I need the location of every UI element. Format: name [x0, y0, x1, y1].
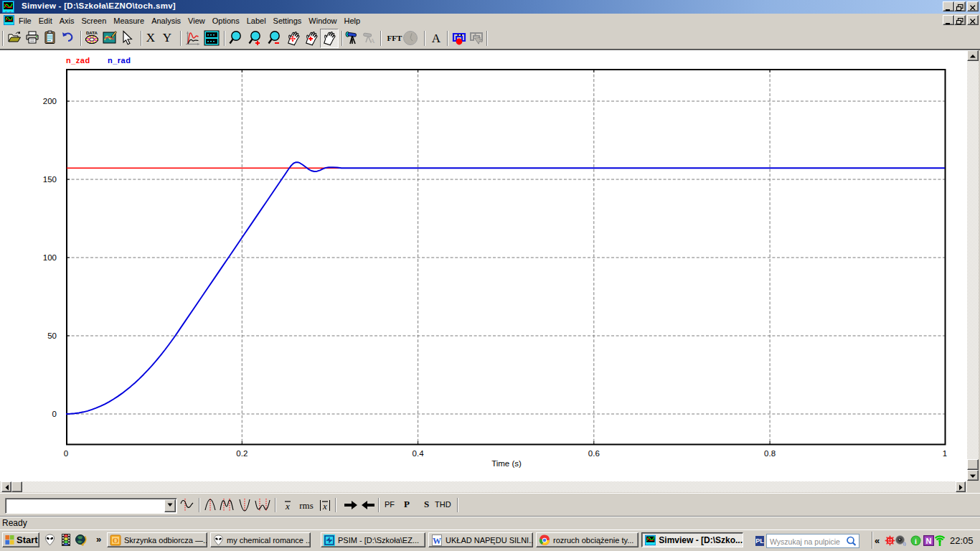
svg-text:1: 1	[943, 449, 947, 458]
svg-text:DATA: DATA	[86, 31, 98, 35]
svg-text:0: 0	[52, 410, 57, 418]
svg-text:O: O	[113, 536, 119, 545]
svg-text:0.8: 0.8	[764, 449, 776, 458]
svg-text:150: 150	[43, 175, 57, 184]
svg-text:0.4: 0.4	[413, 449, 425, 458]
svg-text:Y: Y	[163, 31, 171, 44]
svg-text:0.6: 0.6	[588, 449, 600, 458]
svg-text:x: x	[322, 501, 327, 512]
svg-text:FFT: FFT	[387, 34, 402, 42]
svg-text:+: +	[5, 9, 8, 14]
svg-text:i: i	[915, 537, 917, 545]
svg-text:A: A	[432, 32, 441, 45]
svg-text:0.2: 0.2	[236, 449, 248, 458]
svg-text:+: +	[9, 9, 12, 14]
svg-text:Time (s): Time (s)	[491, 459, 522, 468]
svg-text:50: 50	[47, 331, 57, 340]
svg-text:200: 200	[43, 97, 57, 105]
svg-text:n_zad: n_zad	[66, 56, 90, 65]
svg-text:W: W	[433, 536, 441, 546]
svg-text:0: 0	[64, 449, 68, 458]
svg-text:X: X	[146, 31, 155, 44]
svg-text:n_rad: n_rad	[108, 56, 131, 65]
svg-text:N: N	[926, 537, 932, 545]
svg-text:x: x	[285, 501, 290, 512]
svg-text:100: 100	[43, 253, 57, 262]
svg-text:A: A	[370, 37, 375, 44]
svg-text:rms: rms	[299, 500, 314, 511]
